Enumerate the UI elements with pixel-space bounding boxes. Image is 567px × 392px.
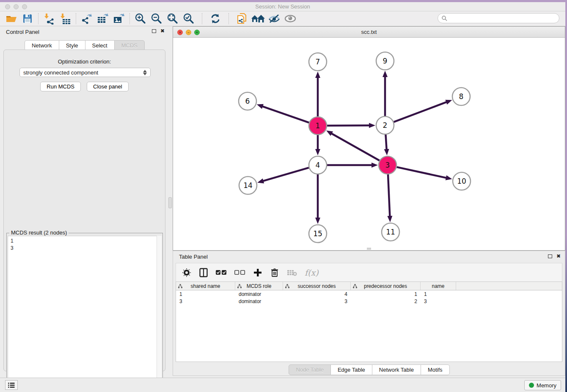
import-network-icon[interactable] <box>41 12 57 25</box>
tab-network-table[interactable]: Network Table <box>372 364 421 375</box>
edge-2-to-3[interactable] <box>385 135 386 150</box>
column-header-name[interactable]: name <box>421 282 456 290</box>
table-row[interactable]: 1dominator411 <box>176 290 562 298</box>
hierarchy-icon <box>353 284 357 290</box>
add-column-icon[interactable] <box>253 268 262 277</box>
zoom-out-icon[interactable] <box>149 12 165 25</box>
mcds-result-title: MCDS result (2 nodes) <box>9 229 69 236</box>
float-table-panel-icon[interactable] <box>548 254 552 258</box>
network-title: scc.txt <box>173 29 565 35</box>
graph-node-label-3: 3 <box>385 161 390 169</box>
search-icon <box>441 15 447 21</box>
panel-splitter[interactable] <box>168 197 172 208</box>
gear-icon[interactable] <box>182 268 191 277</box>
column-header-shared-name[interactable]: shared name <box>176 282 235 290</box>
edge-4-to-14[interactable] <box>263 168 309 181</box>
arrowhead-4-to-15 <box>315 218 320 224</box>
hide-eye-icon[interactable] <box>266 12 282 25</box>
function-builder-icon[interactable]: f(x) <box>305 268 319 277</box>
run-mcds-button[interactable]: Run MCDS <box>40 82 81 91</box>
control-panel-title: Control Panel <box>6 29 39 35</box>
refresh-icon[interactable] <box>207 12 223 25</box>
export-table-icon[interactable] <box>95 12 111 25</box>
arrowhead-1-to-4 <box>315 149 320 155</box>
network-file-icon[interactable] <box>234 12 250 25</box>
edge-2-to-8[interactable] <box>394 102 447 122</box>
close-panel-icon[interactable]: ✖ <box>160 29 165 33</box>
deselect-all-icon[interactable] <box>234 270 245 276</box>
arrowhead-3-to-10 <box>446 175 452 180</box>
main-toolbar <box>0 11 565 26</box>
hierarchy-icon <box>178 284 182 290</box>
edge-1-to-2[interactable] <box>327 125 370 126</box>
arrowhead-1-to-7 <box>315 72 320 78</box>
task-history-button[interactable] <box>5 380 18 390</box>
graph-node-label-11: 11 <box>386 228 395 236</box>
memory-label: Memory <box>537 382 556 389</box>
edge-1-to-6[interactable] <box>262 106 309 123</box>
split-column-icon[interactable] <box>199 268 208 277</box>
save-icon[interactable] <box>19 12 36 25</box>
graph-node-label-10: 10 <box>457 177 466 185</box>
delete-column-icon[interactable] <box>270 268 279 277</box>
status-bar: Memory <box>0 378 565 392</box>
home-icon[interactable] <box>250 12 266 25</box>
arrowhead-1-to-6 <box>257 104 264 109</box>
delete-table-icon[interactable] <box>287 269 297 276</box>
graph-node-label-7: 7 <box>316 58 320 66</box>
edge-3-to-10[interactable] <box>396 167 446 178</box>
graph-node-label-14: 14 <box>243 181 253 190</box>
search-input[interactable] <box>449 15 559 21</box>
export-network-icon[interactable] <box>79 12 95 25</box>
select-all-icon[interactable] <box>216 270 227 276</box>
table-header-row: shared nameMCDS rolesuccessor nodesprede… <box>176 282 562 290</box>
stepper-icon <box>143 70 147 75</box>
control-panel: Control Panel ✖ Network Style Select MCD… <box>0 26 169 373</box>
arrowhead-2-to-3 <box>384 149 389 155</box>
close-table-panel-icon[interactable]: ✖ <box>556 254 561 258</box>
node-table: shared nameMCDS rolesuccessor nodesprede… <box>176 282 562 362</box>
graph-node-label-2: 2 <box>383 121 388 130</box>
list-icon <box>8 382 15 388</box>
edge-3-to-1[interactable] <box>331 133 379 161</box>
memory-status-dot <box>529 383 534 388</box>
table-row[interactable]: 3dominator323 <box>176 298 562 305</box>
result-scrollbar[interactable] <box>157 236 162 391</box>
column-header-MCDS-role[interactable]: MCDS role <box>235 282 283 290</box>
zoom-fit-icon[interactable] <box>165 12 181 25</box>
arrowhead-1-to-2 <box>369 123 375 128</box>
optimization-criterion-label: Optimization criterion: <box>4 58 165 65</box>
search-box[interactable] <box>438 13 559 23</box>
network-window: ✕ − + scc.txt 7968124314101511 <box>173 26 565 251</box>
tab-node-table[interactable]: Node Table <box>289 364 331 375</box>
table-panel-title: Table Panel <box>179 254 208 260</box>
show-eye-icon[interactable] <box>282 12 298 25</box>
close-panel-button[interactable]: Close panel <box>87 82 129 91</box>
zoom-in-icon[interactable] <box>132 12 149 25</box>
graph-node-label-8: 8 <box>459 92 464 101</box>
memory-button[interactable]: Memory <box>524 380 561 390</box>
canvas-resize-grip[interactable] <box>367 248 371 250</box>
graph-node-label-9: 9 <box>383 57 388 65</box>
arrowhead-3-to-1 <box>326 130 333 136</box>
tab-edge-table[interactable]: Edge Table <box>330 364 372 375</box>
export-image-icon[interactable] <box>111 12 127 25</box>
arrowhead-4-to-14 <box>257 179 264 184</box>
arrowhead-2-to-9 <box>383 71 388 77</box>
arrowhead-4-to-3 <box>372 163 378 168</box>
network-titlebar[interactable]: ✕ − + scc.txt <box>173 27 565 38</box>
open-folder-icon[interactable] <box>3 12 19 25</box>
import-table-icon[interactable] <box>57 12 73 25</box>
column-header-predecessor-nodes[interactable]: predecessor nodes <box>351 282 421 290</box>
table-panel: Table Panel ✖ f(x) shared nameMCDS rol <box>173 251 565 376</box>
mcds-result-text[interactable]: 1 3 <box>8 236 162 391</box>
network-canvas[interactable]: 7968124314101511 <box>173 38 565 250</box>
zoom-selected-icon[interactable] <box>181 12 197 25</box>
criterion-select[interactable]: strongly connected component <box>19 68 151 77</box>
float-panel-icon[interactable] <box>152 29 156 33</box>
tab-motifs[interactable]: Motifs <box>421 364 450 375</box>
arrowhead-2-to-8 <box>445 100 452 105</box>
edge-3-to-11[interactable] <box>388 174 390 217</box>
column-header-successor-nodes[interactable]: successor nodes <box>283 282 351 290</box>
graph-node-label-15: 15 <box>313 229 322 238</box>
